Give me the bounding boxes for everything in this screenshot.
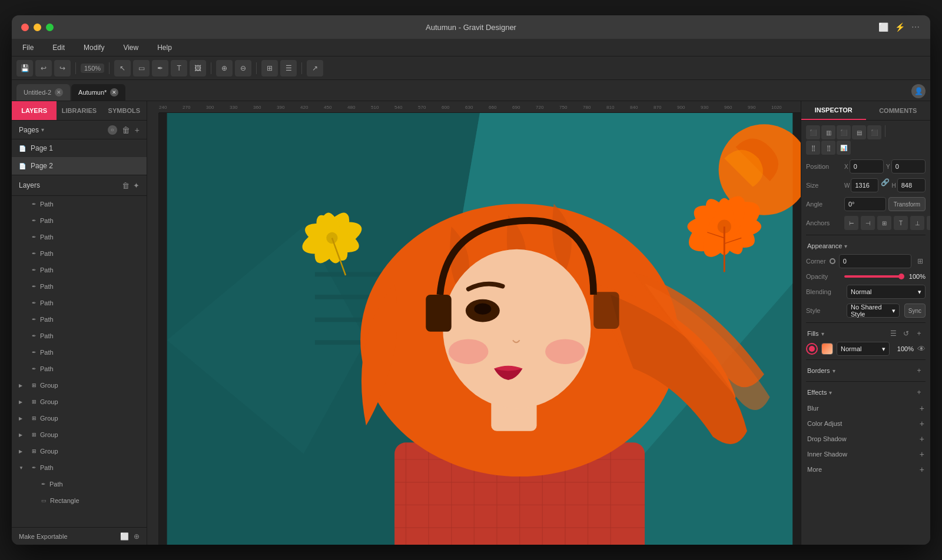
layer-path-expanded[interactable]: ▼ ✒ Path [12,459,147,476]
path-expand-1[interactable]: ▼ [19,465,28,471]
blur-add-btn[interactable]: + [920,404,924,413]
size-h-field[interactable]: 848 [897,178,926,192]
distribute-h-btn[interactable]: ⣿ [806,141,820,155]
angle-field[interactable]: 0° [844,197,886,211]
menu-file[interactable]: File [19,42,37,53]
canvas-area[interactable]: 240 270 300 330 360 390 420 450 480 510 … [147,101,801,545]
zoom-level[interactable]: 150% [81,64,104,73]
group-expand-4[interactable]: ▶ [19,432,28,438]
layer-path-child[interactable]: ✒ Path [12,476,147,492]
maximize-button[interactable] [46,24,54,31]
transform-btn[interactable]: Transform [888,197,926,211]
text-tool[interactable]: T [171,60,187,76]
layer-group-4[interactable]: ▶ ⊞ Group [12,426,147,443]
group-btn[interactable]: ☰ [280,60,297,76]
layer-group-5[interactable]: ▶ ⊞ Group [12,443,147,459]
undo-btn[interactable]: ↩ [35,60,52,76]
opacity-track[interactable] [844,275,901,278]
bottom-icon-2[interactable]: ⊕ [134,532,140,541]
anchor-h-btn[interactable]: ⊣ [861,216,875,230]
size-w-field[interactable]: 1316 [851,178,878,192]
image-tool[interactable]: 🖼 [190,60,206,76]
shape-tool[interactable]: ▭ [133,60,150,76]
effects-add-btn[interactable]: + [914,387,924,398]
page-item-2[interactable]: 📄 Page 2 [12,157,147,175]
fills-add-btn[interactable]: + [914,328,924,339]
menu-edit[interactable]: Edit [49,42,68,53]
fills-style-btn[interactable]: ☰ [888,328,898,339]
layer-path-9[interactable]: ✒ Path [12,328,147,344]
close-button[interactable] [21,24,29,31]
layer-group-3[interactable]: ▶ ⊞ Group [12,410,147,426]
fills-reset-btn[interactable]: ↺ [901,328,911,339]
inner-shadow-item[interactable]: Inner Shadow + [806,446,926,462]
layers-delete-btn[interactable]: 🗑 [122,181,130,190]
align-center-h-btn[interactable]: ▥ [821,125,835,139]
tab-comments[interactable]: COMMENTS [866,101,931,120]
layer-path-7[interactable]: ✒ Path [12,295,147,311]
group-expand-2[interactable]: ▶ [19,399,28,405]
anchor-left-btn[interactable]: ⊢ [844,216,858,230]
align-right-btn[interactable]: ⬛ [867,125,881,139]
zoom-in-btn[interactable]: ⊕ [216,60,233,76]
blending-select[interactable]: Normal ▾ [847,285,926,299]
layer-rectangle[interactable]: ▭ Rectangle [12,492,147,509]
menu-view[interactable]: View [120,42,142,53]
save-btn[interactable]: 💾 [16,60,33,76]
export-btn[interactable]: ↗ [307,60,323,76]
fill-blend-select[interactable]: Normal ▾ [837,342,890,356]
appearance-dropdown-icon[interactable]: ▾ [844,243,847,249]
layer-group-1[interactable]: ▶ ⊞ Group [12,377,147,394]
doc-tab-autumun[interactable]: Autumun* ✕ [71,84,125,101]
pages-delete-btn[interactable]: 🗑 [122,125,130,135]
pages-add-btn[interactable]: + [135,125,140,135]
anchor-bottom-btn[interactable]: ⊤ [927,216,930,230]
layer-path-10[interactable]: ✒ Path [12,344,147,361]
layer-path-1[interactable]: ✒ Path [12,196,147,212]
layer-path-3[interactable]: ✒ Path [12,229,147,245]
redo-btn[interactable]: ↪ [54,60,71,76]
layer-path-5[interactable]: ✒ Path [12,262,147,278]
tab-layers[interactable]: LAYERS [12,101,57,120]
group-expand-3[interactable]: ▶ [19,416,28,421]
style-select[interactable]: No Shared Style ▾ [847,304,900,318]
zoom-out-btn[interactable]: ⊖ [235,60,251,76]
corner-value-field[interactable]: 0 [839,254,911,268]
layer-path-4[interactable]: ✒ Path [12,245,147,262]
opacity-thumb[interactable] [898,274,904,279]
pages-circle-btn[interactable]: ○ [108,125,117,135]
layers-add-btn[interactable]: ✦ [133,181,140,190]
layer-group-2[interactable]: ▶ ⊞ Group [12,394,147,410]
layer-path-8[interactable]: ✒ Path [12,311,147,328]
menu-help[interactable]: Help [154,42,175,53]
fill-eye-btn[interactable]: 👁 [917,344,926,354]
layer-path-6[interactable]: ✒ Path [12,278,147,295]
blur-item[interactable]: Blur + [806,401,926,416]
tab-symbols[interactable]: SYMBOLS [102,101,147,120]
more-add-btn[interactable]: + [920,465,924,474]
align-top-btn[interactable]: ⬛ [837,125,851,139]
minimize-button[interactable] [34,24,41,31]
borders-dropdown-icon[interactable]: ▾ [832,368,835,374]
canvas-content[interactable] [159,113,801,545]
effects-dropdown-icon[interactable]: ▾ [829,389,832,396]
doc-tab-untitled[interactable]: Untitled-2 ✕ [16,84,70,101]
pen-tool[interactable]: ✒ [152,60,168,76]
pages-dropdown-icon[interactable]: ▾ [41,126,44,133]
anchor-top-btn[interactable]: T [894,216,908,230]
drop-shadow-add-btn[interactable]: + [920,434,924,444]
tab-close-untitled[interactable]: ✕ [55,88,63,96]
inner-shadow-add-btn[interactable]: + [920,449,924,459]
align-chart-btn[interactable]: 📊 [837,141,851,155]
group-expand-5[interactable]: ▶ [19,449,28,454]
tab-libraries[interactable]: LIBRARIES [57,101,101,120]
window-icon-2[interactable]: ⚡ [895,22,904,32]
anchor-v-btn[interactable]: ⊥ [910,216,924,230]
distribute-v-btn[interactable]: ⣿ [821,141,835,155]
select-tool[interactable]: ↖ [114,60,131,76]
corner-options-btn[interactable]: ⊞ [915,256,926,266]
window-icon-1[interactable]: ⬜ [878,22,888,32]
tab-close-autumun[interactable]: ✕ [110,88,118,96]
drop-shadow-item[interactable]: Drop Shadow + [806,431,926,446]
borders-add-btn[interactable]: + [914,365,924,376]
